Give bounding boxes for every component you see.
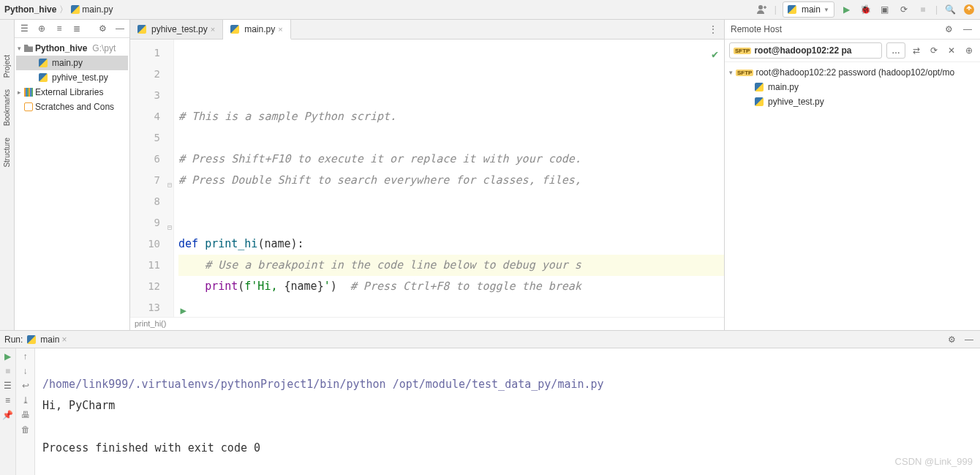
- project-tool-window: ☰ ⊕ ≡ ≣ ⚙ — ▾ Python_hive G:\pyt main.py…: [15, 20, 130, 330]
- watermark: CSDN @Link_999: [895, 451, 973, 472]
- run-label: Run:: [4, 334, 23, 345]
- project-root[interactable]: ▾ Python_hive G:\pyt: [16, 41, 128, 56]
- tabs-more-icon[interactable]: ⋮: [706, 23, 720, 36]
- remote-file-tree[interactable]: ▾ SFTP root@hadoop102:22 password (hadoo…: [725, 62, 980, 112]
- gear-icon[interactable]: ⚙: [96, 22, 109, 35]
- refresh-icon[interactable]: ⟳: [927, 44, 941, 57]
- breadcrumb-project[interactable]: Python_hive: [4, 4, 56, 15]
- python-file-icon: [39, 73, 48, 82]
- sftp-icon: SFTP: [736, 70, 753, 76]
- gear-icon[interactable]: ⚙: [945, 333, 958, 346]
- hide-icon[interactable]: —: [961, 23, 974, 36]
- chevron-down-icon: ▾: [728, 69, 734, 76]
- scratches-icon: [24, 102, 33, 111]
- editor-gutter[interactable]: 123456⊟78⊟9101112▶13: [130, 40, 174, 317]
- chevron-down-icon: ▼: [823, 7, 829, 13]
- remote-file[interactable]: main.py: [728, 80, 977, 94]
- editor-content[interactable]: ✔ # This is a sample Python script. # Pr…: [174, 40, 724, 317]
- python-icon: [27, 335, 36, 344]
- python-file-icon: [71, 5, 80, 14]
- breadcrumb-sep: 〉: [59, 4, 68, 16]
- external-libraries[interactable]: ▸ External Libraries: [16, 85, 128, 100]
- structure-toolwindow-tab[interactable]: Structure: [3, 138, 11, 168]
- python-file-icon: [39, 59, 48, 67]
- breadcrumb-file[interactable]: main.py: [71, 4, 113, 15]
- debug-button[interactable]: 🐞: [859, 3, 872, 16]
- scroll-end-icon[interactable]: ⤓: [22, 395, 29, 405]
- navigation-bar: Python_hive 〉 main.py | main ▼ ▶ 🐞 ▣ ⟳ ■…: [0, 0, 980, 20]
- down-icon[interactable]: ↓: [23, 366, 28, 376]
- run-tool-window: Run: main × ⚙ — ▶ ■ ☰ ≡ 📌 ↑ ↓ ↩ ⤓ 🖶 🗑 /h…: [0, 330, 980, 475]
- python-icon: [788, 5, 796, 14]
- sync-left-icon[interactable]: ⇄: [910, 44, 923, 57]
- breadcrumb[interactable]: Python_hive 〉 main.py: [4, 4, 113, 16]
- hide-icon[interactable]: —: [962, 333, 976, 346]
- remote-server-combo[interactable]: SFTP root@hadoop102:22 pa: [729, 42, 882, 59]
- clear-icon[interactable]: 🗑: [21, 424, 30, 435]
- gear-icon[interactable]: ⚙: [942, 23, 955, 36]
- remote-file[interactable]: pyhive_test.py: [728, 94, 977, 109]
- remote-root[interactable]: ▾ SFTP root@hadoop102:22 password (hadoo…: [728, 65, 977, 80]
- up-icon[interactable]: ↑: [23, 351, 28, 362]
- scratches[interactable]: ▸ Scratches and Cons: [16, 100, 128, 114]
- project-tree[interactable]: ▾ Python_hive G:\pyt main.pypyhive_test.…: [15, 38, 129, 117]
- editor-tabs: pyhive_test.py×main.py× ⋮: [130, 20, 724, 40]
- project-file[interactable]: main.py: [16, 56, 128, 70]
- print-icon[interactable]: 🖶: [21, 410, 30, 420]
- soft-wrap-icon[interactable]: ↩: [22, 381, 29, 391]
- inspection-ok-icon[interactable]: ✔: [712, 44, 718, 65]
- expand-all-icon[interactable]: ≡: [53, 22, 66, 35]
- python-file-icon: [230, 25, 239, 34]
- select-open-file-icon[interactable]: ⊕: [35, 22, 48, 35]
- breadcrumbs-bar[interactable]: print_hi(): [130, 317, 724, 330]
- add-user-icon[interactable]: [755, 3, 769, 16]
- python-file-icon: [137, 25, 146, 34]
- main-toolbar: | main ▼ ▶ 🐞 ▣ ⟳ ■ | 🔍: [755, 1, 976, 18]
- sftp-icon: SFTP: [734, 48, 751, 54]
- python-file-icon: [755, 83, 764, 91]
- run-button[interactable]: ▶: [840, 3, 853, 16]
- editor-tab[interactable]: main.py×: [223, 20, 290, 40]
- collapse-all-icon[interactable]: ≣: [70, 22, 83, 35]
- folder-icon: [24, 45, 33, 52]
- editor-tab[interactable]: pyhive_test.py×: [130, 20, 223, 39]
- project-file[interactable]: pyhive_test.py: [16, 70, 128, 85]
- close-icon[interactable]: ×: [61, 334, 67, 345]
- remote-host-tool-window: Remote Host ⚙ — SFTP root@hadoop102:22 p…: [724, 20, 980, 330]
- chevron-right-icon: ▸: [16, 89, 22, 96]
- remote-host-header: Remote Host ⚙ —: [725, 20, 980, 40]
- run-header: Run: main × ⚙ —: [0, 331, 980, 348]
- project-toolwindow-tab[interactable]: Project: [3, 55, 11, 78]
- run-config-selector[interactable]: main ▼: [783, 1, 834, 18]
- editor-area: pyhive_test.py×main.py× ⋮ 123456⊟78⊟9101…: [130, 20, 724, 330]
- close-icon[interactable]: ×: [278, 25, 282, 34]
- left-stripe: Project Bookmarks Structure: [0, 20, 15, 330]
- chevron-down-icon: ▾: [16, 45, 22, 52]
- bookmarks-toolwindow-tab[interactable]: Bookmarks: [3, 89, 11, 126]
- rerun-icon[interactable]: ▶: [4, 351, 11, 362]
- svg-point-0: [758, 5, 763, 10]
- console-toolbar: ↑ ↓ ↩ ⤓ 🖶 🗑: [16, 348, 35, 475]
- profile-button[interactable]: ⟳: [897, 3, 911, 16]
- python-file-icon: [755, 97, 764, 106]
- close-icon[interactable]: ×: [211, 25, 215, 34]
- project-dropdown-icon[interactable]: ☰: [18, 22, 31, 35]
- stop-button: ■: [916, 3, 930, 16]
- search-everywhere-icon[interactable]: 🔍: [943, 3, 957, 16]
- run-tab[interactable]: main ×: [27, 334, 67, 345]
- layout-icon[interactable]: ☰: [4, 381, 12, 391]
- project-pane-header: ☰ ⊕ ≡ ≣ ⚙ —: [15, 20, 129, 38]
- run-console[interactable]: /home/link999/.virtualenvs/pythonProject…: [35, 348, 980, 475]
- run-action-toolbar: ▶ ■ ☰ ≡ 📌: [0, 348, 16, 475]
- libraries-icon: [24, 88, 33, 97]
- coverage-button[interactable]: ▣: [878, 3, 892, 16]
- hide-icon[interactable]: —: [113, 22, 127, 35]
- ide-update-icon[interactable]: [962, 3, 976, 16]
- add-icon[interactable]: ⊕: [962, 44, 976, 57]
- remote-browse-button[interactable]: …: [886, 42, 905, 59]
- stop-icon: ■: [5, 366, 10, 376]
- code-editor[interactable]: 123456⊟78⊟9101112▶13 ✔ # This is a sampl…: [130, 40, 724, 317]
- pin-icon[interactable]: 📌: [2, 410, 13, 420]
- disconnect-icon[interactable]: ✕: [945, 44, 958, 57]
- layout-icon-2[interactable]: ≡: [5, 395, 10, 405]
